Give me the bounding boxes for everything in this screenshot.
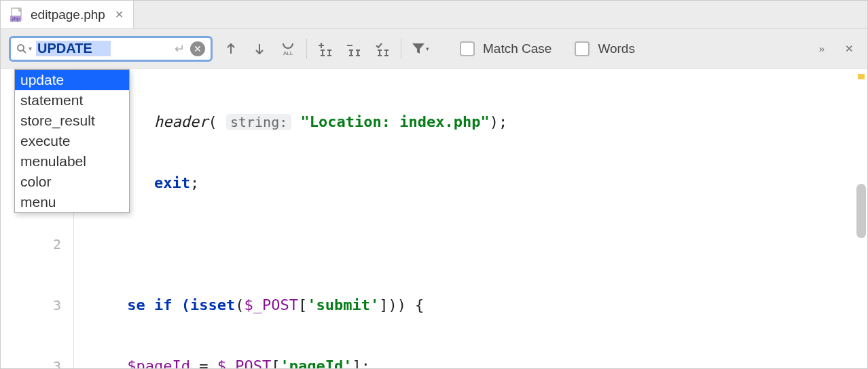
tab-editpage-php[interactable]: php editpage.php ✕ <box>1 1 134 28</box>
words-checkbox[interactable] <box>575 41 590 56</box>
search-confirm-icon[interactable]: ↵ <box>175 41 185 56</box>
suggestion-item[interactable]: store_result <box>15 111 129 131</box>
remove-selection-icon[interactable] <box>344 39 364 59</box>
warning-marker[interactable] <box>858 74 865 79</box>
tab-filename: editpage.php <box>31 7 105 22</box>
add-selection-icon[interactable] <box>315 39 336 59</box>
svg-text:php: php <box>12 16 20 22</box>
next-match-icon[interactable] <box>249 39 270 59</box>
line-number: 2 <box>1 234 61 254</box>
code-content[interactable]: header( string: "Location: index.php"); … <box>74 69 867 368</box>
toolbar-separator <box>401 39 401 59</box>
match-case-label: Match Case <box>483 41 551 56</box>
line-number: 3 <box>1 295 61 315</box>
prev-match-icon[interactable] <box>221 39 241 59</box>
scrollbar-thumb[interactable] <box>856 184 866 238</box>
close-findbar-icon[interactable]: ✕ <box>839 39 859 59</box>
suggestion-item[interactable]: execute <box>15 131 129 151</box>
filter-icon[interactable]: ▾ <box>410 39 430 59</box>
search-input-container: ▾ ↵ ✕ <box>9 36 213 62</box>
svg-line-4 <box>23 50 26 53</box>
search-clear-icon[interactable]: ✕ <box>190 41 205 56</box>
line-number: 3 <box>1 356 61 369</box>
editor-marker-strip <box>856 69 866 368</box>
suggestion-item[interactable]: color <box>15 172 129 192</box>
words-label: Words <box>598 41 635 56</box>
suggestion-item[interactable]: menu <box>15 192 129 212</box>
search-input[interactable] <box>36 41 111 56</box>
suggestion-item[interactable]: statement <box>15 90 129 111</box>
search-icon[interactable]: ▾ <box>16 43 32 54</box>
more-options-icon[interactable]: » <box>812 39 832 59</box>
toolbar-separator <box>306 39 307 59</box>
tab-close-icon[interactable]: ✕ <box>115 8 124 21</box>
find-toolbar: ▾ ↵ ✕ ALL <box>1 29 867 69</box>
svg-point-3 <box>18 45 24 51</box>
suggestion-item[interactable]: update <box>15 70 129 90</box>
editor-tab-bar: php editpage.php ✕ <box>1 1 867 29</box>
select-all-matches-icon[interactable]: ALL <box>278 39 298 59</box>
select-all-occurrences-icon[interactable] <box>372 39 393 59</box>
svg-text:ALL: ALL <box>283 50 293 56</box>
search-suggestions-popup: update statement store_result execute me… <box>14 69 130 213</box>
match-case-checkbox[interactable] <box>460 41 475 56</box>
php-file-icon: php <box>10 7 25 22</box>
suggestion-item[interactable]: menulabel <box>15 151 129 172</box>
code-editor[interactable]: 2 2 2 3 3 3 3 3 36 37 38 39 40 header( s… <box>1 69 867 368</box>
